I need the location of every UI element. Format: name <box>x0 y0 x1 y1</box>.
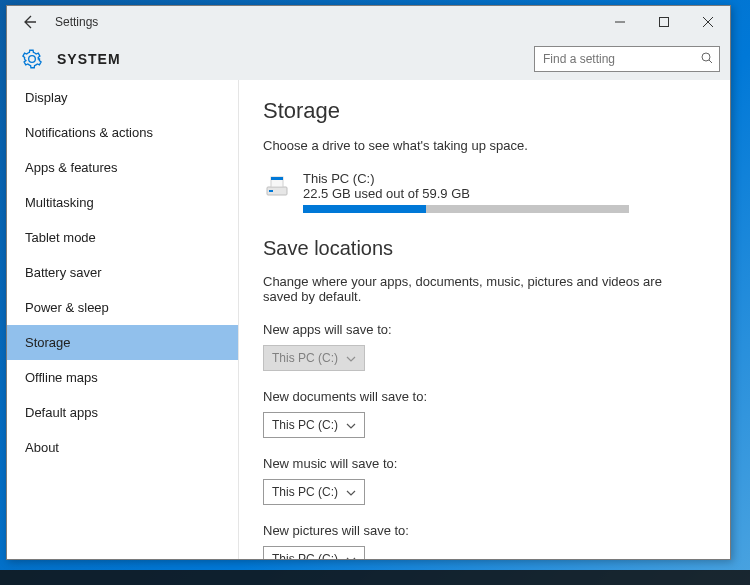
body: DisplayNotifications & actionsApps & fea… <box>7 80 730 559</box>
page-title: SYSTEM <box>57 51 534 67</box>
sidebar-item-label: Power & sleep <box>25 300 109 315</box>
sidebar-item-apps-features[interactable]: Apps & features <box>7 150 238 185</box>
sidebar-item-label: Apps & features <box>25 160 118 175</box>
sidebar-item-label: About <box>25 440 59 455</box>
maximize-icon <box>659 17 669 27</box>
drive-info: This PC (C:) 22.5 GB used out of 59.9 GB <box>303 171 710 213</box>
page-header-row: SYSTEM <box>7 38 730 80</box>
close-icon <box>703 17 713 27</box>
sidebar-item-label: Battery saver <box>25 265 102 280</box>
save-location-field: New pictures will save to:This PC (C:) <box>263 523 710 559</box>
chevron-down-icon <box>346 420 356 431</box>
drive-usage-bar <box>303 205 629 213</box>
svg-point-4 <box>702 53 710 61</box>
save-location-label: New music will save to: <box>263 456 710 471</box>
taskbar[interactable] <box>0 570 750 585</box>
gear-icon <box>21 48 43 70</box>
search-input[interactable] <box>541 51 701 67</box>
save-location-field: New music will save to:This PC (C:) <box>263 456 710 505</box>
window-controls <box>598 6 730 38</box>
svg-rect-9 <box>271 177 283 180</box>
save-location-label: New pictures will save to: <box>263 523 710 538</box>
drive-icon <box>263 171 293 201</box>
content-pane[interactable]: Storage Choose a drive to see what's tak… <box>239 80 730 559</box>
sidebar-item-label: Default apps <box>25 405 98 420</box>
sidebar-item-offline-maps[interactable]: Offline maps <box>7 360 238 395</box>
sidebar-item-storage[interactable]: Storage <box>7 325 238 360</box>
save-location-label: New apps will save to: <box>263 322 710 337</box>
drive-usage-text: 22.5 GB used out of 59.9 GB <box>303 186 710 201</box>
save-locations-heading: Save locations <box>263 237 710 260</box>
sidebar-item-multitasking[interactable]: Multitasking <box>7 185 238 220</box>
sidebar-item-label: Display <box>25 90 68 105</box>
save-location-select[interactable]: This PC (C:) <box>263 546 365 559</box>
search-box[interactable] <box>534 46 720 72</box>
back-button[interactable] <box>7 6 51 38</box>
sidebar-item-label: Offline maps <box>25 370 98 385</box>
save-location-value: This PC (C:) <box>272 351 338 365</box>
sidebar-item-default-apps[interactable]: Default apps <box>7 395 238 430</box>
sidebar-item-display[interactable]: Display <box>7 80 238 115</box>
svg-line-5 <box>709 60 712 63</box>
save-location-select[interactable]: This PC (C:) <box>263 479 365 505</box>
back-arrow-icon <box>21 14 37 30</box>
window-title: Settings <box>51 15 598 29</box>
sidebar-item-about[interactable]: About <box>7 430 238 465</box>
sidebar-item-label: Notifications & actions <box>25 125 153 140</box>
sidebar-item-label: Multitasking <box>25 195 94 210</box>
svg-rect-7 <box>269 190 273 192</box>
chevron-down-icon <box>346 554 356 560</box>
search-icon <box>701 52 713 67</box>
save-locations-subtitle: Change where your apps, documents, music… <box>263 274 663 304</box>
save-location-select: This PC (C:) <box>263 345 365 371</box>
save-location-value: This PC (C:) <box>272 552 338 559</box>
settings-window: Settings SYSTEM DisplayNotifications & a… <box>6 5 731 560</box>
save-location-field: New documents will save to:This PC (C:) <box>263 389 710 438</box>
sidebar-item-notifications-actions[interactable]: Notifications & actions <box>7 115 238 150</box>
storage-subtitle: Choose a drive to see what's taking up s… <box>263 138 710 153</box>
chevron-down-icon <box>346 353 356 364</box>
save-location-fields: New apps will save to:This PC (C:)New do… <box>263 322 710 559</box>
sidebar-item-label: Storage <box>25 335 71 350</box>
chevron-down-icon <box>346 487 356 498</box>
sidebar: DisplayNotifications & actionsApps & fea… <box>7 80 239 559</box>
close-button[interactable] <box>686 6 730 38</box>
maximize-button[interactable] <box>642 6 686 38</box>
save-location-value: This PC (C:) <box>272 418 338 432</box>
drive-card-this-pc[interactable]: This PC (C:) 22.5 GB used out of 59.9 GB <box>263 171 710 213</box>
drive-usage-bar-fill <box>303 205 426 213</box>
storage-heading: Storage <box>263 98 710 124</box>
save-location-value: This PC (C:) <box>272 485 338 499</box>
save-location-select[interactable]: This PC (C:) <box>263 412 365 438</box>
minimize-icon <box>615 17 625 27</box>
minimize-button[interactable] <box>598 6 642 38</box>
sidebar-item-battery-saver[interactable]: Battery saver <box>7 255 238 290</box>
drive-name: This PC (C:) <box>303 171 710 186</box>
sidebar-item-tablet-mode[interactable]: Tablet mode <box>7 220 238 255</box>
title-bar: Settings <box>7 6 730 38</box>
save-location-label: New documents will save to: <box>263 389 710 404</box>
sidebar-item-power-sleep[interactable]: Power & sleep <box>7 290 238 325</box>
sidebar-item-label: Tablet mode <box>25 230 96 245</box>
svg-rect-1 <box>660 18 669 27</box>
save-location-field: New apps will save to:This PC (C:) <box>263 322 710 371</box>
